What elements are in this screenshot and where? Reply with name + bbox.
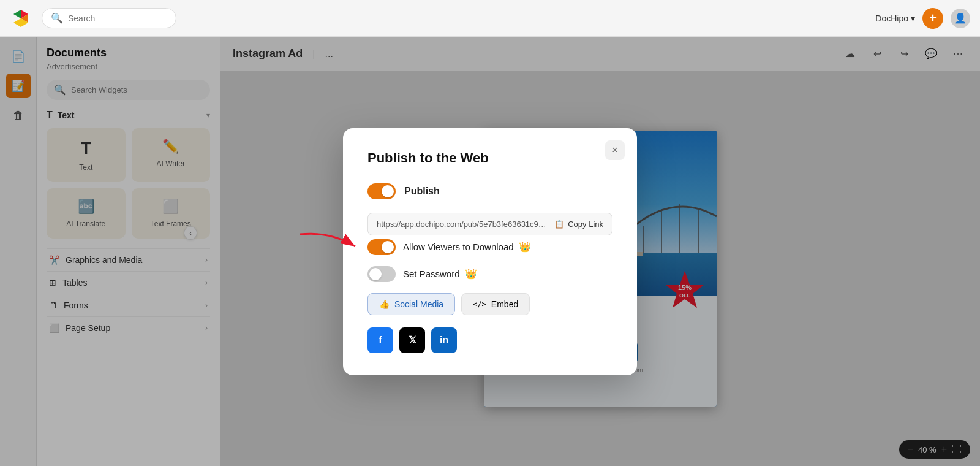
set-password-text: Set Password bbox=[403, 269, 460, 279]
social-media-tab-label: Social Media bbox=[394, 299, 443, 309]
allow-download-text: Allow Viewers to Download bbox=[403, 242, 514, 252]
add-button[interactable]: + bbox=[922, 8, 943, 29]
twitter-share-button[interactable]: 𝕏 bbox=[399, 327, 425, 353]
search-input[interactable] bbox=[68, 13, 166, 23]
tab-social-media[interactable]: 👍 Social Media bbox=[368, 293, 455, 315]
chevron-down-icon: ▾ bbox=[911, 13, 915, 23]
modal-title: Publish to the Web bbox=[368, 150, 612, 166]
social-share-buttons: f 𝕏 in bbox=[368, 327, 612, 353]
topbar: 🔍 DocHipo ▾ + 👤 bbox=[0, 0, 980, 37]
allow-download-label: Allow Viewers to Download 👑 bbox=[403, 241, 531, 253]
linkedin-share-button[interactable]: in bbox=[431, 327, 457, 353]
url-text: https://app.dochipo.com/pub/5e7b3fe63631… bbox=[377, 220, 548, 229]
set-password-crown: 👑 bbox=[465, 268, 477, 280]
set-password-slider bbox=[368, 266, 396, 282]
publish-modal: Publish to the Web × Publish https://app… bbox=[343, 128, 637, 375]
publish-toggle[interactable] bbox=[368, 183, 396, 199]
set-password-row: Set Password 👑 bbox=[368, 266, 612, 282]
url-row: https://app.dochipo.com/pub/5e7b3fe63631… bbox=[368, 213, 612, 235]
copy-icon: 📋 bbox=[554, 220, 564, 229]
dochipo-label[interactable]: DocHipo ▾ bbox=[875, 13, 915, 23]
allow-download-crown: 👑 bbox=[519, 241, 531, 253]
twitter-icon: 𝕏 bbox=[409, 334, 417, 346]
allow-download-toggle[interactable] bbox=[368, 239, 396, 255]
publish-toggle-row: Publish bbox=[368, 183, 612, 199]
app-name: DocHipo bbox=[875, 13, 908, 23]
search-icon: 🔍 bbox=[51, 12, 63, 24]
embed-tab-label: Embed bbox=[491, 299, 518, 309]
allow-download-slider bbox=[368, 239, 396, 255]
set-password-toggle[interactable] bbox=[368, 266, 396, 282]
app-logo[interactable] bbox=[10, 7, 32, 29]
publish-slider bbox=[368, 183, 396, 199]
user-icon[interactable]: 👤 bbox=[951, 9, 970, 28]
publish-label: Publish bbox=[404, 186, 440, 197]
search-box[interactable]: 🔍 bbox=[42, 8, 176, 28]
person-icon: 👤 bbox=[954, 12, 967, 24]
copy-link-label: Copy Link bbox=[568, 220, 603, 229]
arrow-annotation bbox=[294, 228, 361, 261]
facebook-icon: f bbox=[379, 335, 382, 346]
set-password-label: Set Password 👑 bbox=[403, 268, 477, 280]
social-media-tab-icon: 👍 bbox=[379, 299, 390, 309]
share-tabs: 👍 Social Media </> Embed bbox=[368, 293, 612, 315]
topbar-right: DocHipo ▾ + 👤 bbox=[875, 8, 970, 29]
modal-overlay: Publish to the Web × Publish https://app… bbox=[0, 37, 980, 466]
facebook-share-button[interactable]: f bbox=[368, 327, 393, 353]
modal-close-button[interactable]: × bbox=[605, 140, 625, 160]
linkedin-icon: in bbox=[440, 335, 448, 346]
allow-download-row: Allow Viewers to Download 👑 bbox=[368, 239, 612, 255]
embed-tab-icon: </> bbox=[473, 300, 486, 308]
tab-embed[interactable]: </> Embed bbox=[461, 293, 530, 315]
copy-link-button[interactable]: 📋 Copy Link bbox=[554, 220, 603, 229]
